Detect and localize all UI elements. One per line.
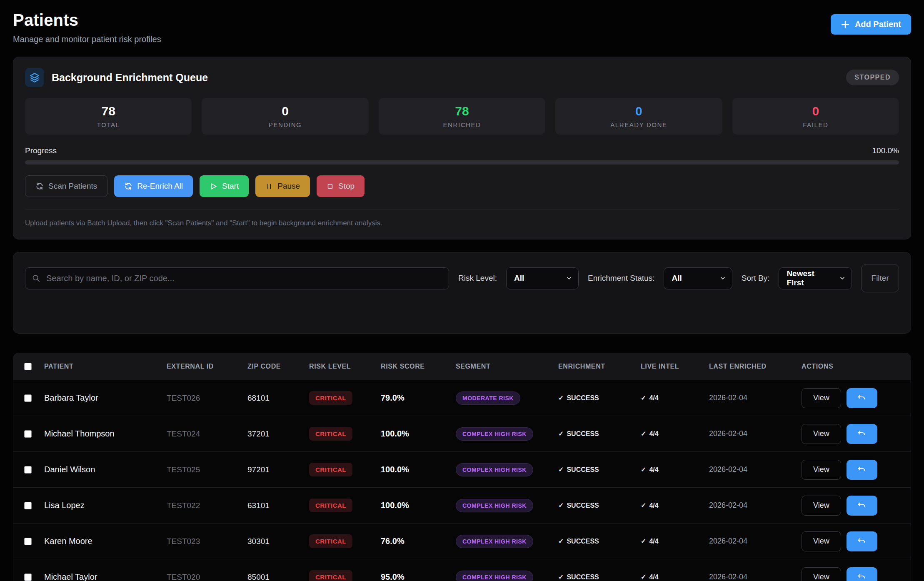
risk-level-select[interactable]: All (506, 267, 579, 289)
risk-score: 79.0% (381, 393, 456, 403)
check-icon: ✓ (558, 573, 564, 581)
row-checkbox[interactable] (24, 430, 32, 438)
last-enriched-date: 2026-02-04 (709, 573, 802, 581)
live-intel-label: 4/4 (649, 394, 658, 402)
risk-score: 95.0% (381, 572, 456, 581)
chevron-down-icon (839, 275, 846, 282)
segment-badge: COMPLEX HIGH RISK (456, 427, 533, 441)
check-icon: ✓ (558, 430, 564, 438)
table-row: Barbara Taylor TEST026 68101 CRITICAL 79… (13, 380, 911, 416)
check-icon: ✓ (641, 537, 646, 545)
re-enrich-row-button[interactable] (847, 388, 877, 408)
segment-cell: COMPLEX HIGH RISK (456, 463, 558, 476)
column-header: RISK LEVEL (309, 363, 381, 370)
view-button[interactable]: View (802, 424, 841, 444)
segment-cell: COMPLEX HIGH RISK (456, 571, 558, 581)
table-header-row: PATIENTEXTERNAL IDZIP CODERISK LEVELRISK… (13, 353, 911, 380)
select-all-checkbox[interactable] (24, 363, 32, 370)
check-icon: ✓ (641, 466, 646, 474)
progress-value: 100.0% (872, 146, 899, 155)
check-icon: ✓ (558, 501, 564, 509)
re-enrich-row-button[interactable] (847, 531, 877, 551)
zip-code: 30301 (247, 537, 309, 546)
risk-score: 100.0% (381, 501, 456, 510)
row-checkbox[interactable] (24, 574, 32, 581)
column-header: RISK SCORE (381, 363, 456, 370)
view-button[interactable]: View (802, 388, 841, 408)
risk-level-cell: CRITICAL (309, 534, 381, 548)
re-enrich-row-button[interactable] (847, 567, 877, 581)
queue-hint-text: Upload patients via Batch Upload, then c… (25, 210, 899, 227)
external-id: TEST023 (167, 537, 247, 546)
column-header: SEGMENT (456, 363, 558, 370)
re-enrich-row-button[interactable] (847, 424, 877, 444)
re-enrich-all-label: Re-Enrich All (137, 182, 183, 191)
view-button[interactable]: View (802, 460, 841, 480)
progress-bar-fill (25, 160, 899, 165)
sort-by-select[interactable]: Newest First (779, 267, 852, 289)
table-row: Karen Moore TEST023 30301 CRITICAL 76.0%… (13, 523, 911, 559)
segment-cell: COMPLEX HIGH RISK (456, 499, 558, 512)
stat-value: 78 (455, 104, 469, 118)
check-icon: ✓ (641, 573, 646, 581)
last-enriched-date: 2026-02-04 (709, 394, 802, 402)
stat-value: 78 (102, 104, 115, 118)
queue-buttons: Scan Patients Re-Enrich All Start Pause … (25, 175, 899, 197)
re-enrich-row-button[interactable] (847, 496, 877, 516)
stat-value: 0 (282, 104, 289, 118)
row-checkbox-cell (13, 538, 44, 545)
risk-level-badge: CRITICAL (309, 427, 352, 441)
enrichment-status-select[interactable]: All (664, 267, 732, 289)
plus-icon (841, 20, 850, 29)
live-intel-status: ✓4/4 (641, 430, 709, 438)
stat-label: ENRICHED (443, 121, 481, 128)
refresh-icon (124, 182, 132, 190)
segment-badge: COMPLEX HIGH RISK (456, 463, 533, 476)
pause-icon (265, 182, 273, 190)
scan-patients-button[interactable]: Scan Patients (25, 175, 107, 197)
add-patient-button[interactable]: Add Patient (831, 14, 911, 35)
stat-label: FAILED (803, 121, 828, 128)
risk-level-badge: CRITICAL (309, 534, 352, 548)
scan-patients-label: Scan Patients (48, 182, 97, 191)
check-icon: ✓ (641, 501, 646, 509)
column-header: ENRICHMENT (558, 363, 641, 370)
patients-page: Patients Manage and monitor patient risk… (0, 0, 924, 581)
patient-name: Karen Moore (44, 536, 167, 546)
risk-level-badge: CRITICAL (309, 570, 352, 581)
pause-button[interactable]: Pause (255, 175, 310, 197)
undo-icon (857, 429, 866, 438)
page-header: Patients Manage and monitor patient risk… (13, 11, 911, 44)
live-intel-label: 4/4 (649, 466, 658, 474)
risk-level-cell: CRITICAL (309, 391, 381, 405)
re-enrich-row-button[interactable] (847, 460, 877, 480)
row-actions: View (802, 460, 911, 480)
zip-code: 63101 (247, 501, 309, 510)
stop-button[interactable]: Stop (317, 175, 365, 197)
risk-score: 76.0% (381, 536, 456, 546)
start-button[interactable]: Start (200, 175, 249, 197)
view-button[interactable]: View (802, 531, 841, 551)
row-checkbox[interactable] (24, 394, 32, 402)
search-input[interactable] (25, 267, 449, 289)
row-checkbox-cell (13, 466, 44, 474)
view-button[interactable]: View (802, 567, 841, 581)
external-id: TEST020 (167, 573, 247, 581)
enrichment-status: ✓SUCCESS (558, 466, 641, 474)
filter-card: Risk Level: All Enrichment Status: All S… (13, 252, 911, 334)
risk-level-value: All (514, 274, 524, 283)
progress-row: Progress 100.0% (25, 146, 899, 155)
filter-button[interactable]: Filter (861, 264, 899, 292)
view-button[interactable]: View (802, 496, 841, 516)
row-checkbox[interactable] (24, 502, 32, 509)
re-enrich-all-button[interactable]: Re-Enrich All (114, 175, 193, 197)
progress-bar (25, 160, 899, 165)
external-id: TEST024 (167, 429, 247, 439)
column-header: ACTIONS (802, 363, 911, 370)
row-checkbox[interactable] (24, 538, 32, 545)
row-checkbox[interactable] (24, 466, 32, 474)
zip-code: 68101 (247, 394, 309, 403)
row-checkbox-cell (13, 574, 44, 581)
segment-cell: COMPLEX HIGH RISK (456, 427, 558, 441)
zip-code: 37201 (247, 429, 309, 439)
